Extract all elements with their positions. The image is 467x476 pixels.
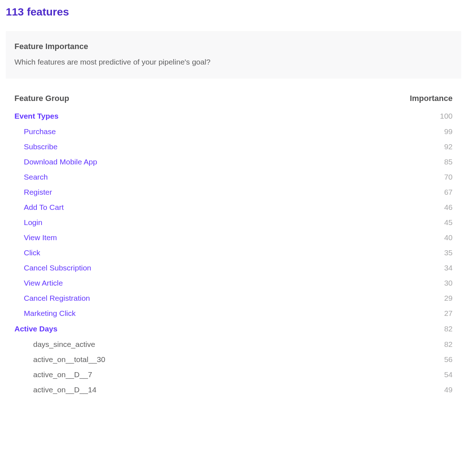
group-row-active-days: Active Days 82 — [14, 321, 453, 337]
feature-row: Search 70 — [14, 169, 453, 185]
col-header-group: Feature Group — [14, 94, 69, 103]
info-heading: Feature Importance — [14, 42, 453, 51]
feature-importance: 45 — [444, 218, 453, 227]
feature-importance: 54 — [444, 370, 453, 379]
feature-link-view-article[interactable]: View Article — [14, 279, 63, 287]
feature-name: active_on__D__7 — [14, 370, 92, 379]
feature-row: Purchase 99 — [14, 124, 453, 139]
feature-row: Cancel Registration 29 — [14, 291, 453, 306]
feature-link-cancel-subscription[interactable]: Cancel Subscription — [14, 264, 91, 272]
group-name-active-days[interactable]: Active Days — [14, 325, 57, 333]
feature-link-search[interactable]: Search — [14, 173, 48, 181]
feature-row: Click 35 — [14, 245, 453, 260]
info-box: Feature Importance Which features are mo… — [6, 31, 461, 79]
feature-importance: 27 — [444, 309, 453, 318]
feature-importance: 56 — [444, 355, 453, 364]
feature-row: days_since_active 82 — [14, 337, 453, 352]
feature-link-add-to-cart[interactable]: Add To Cart — [14, 203, 64, 212]
feature-row: Download Mobile App 85 — [14, 154, 453, 169]
feature-table: Feature Group Importance Event Types 100… — [6, 89, 461, 397]
feature-importance: 82 — [444, 340, 453, 349]
group-name-event-types[interactable]: Event Types — [14, 112, 58, 120]
feature-importance: 46 — [444, 203, 453, 212]
feature-importance: 99 — [444, 127, 453, 136]
feature-link-register[interactable]: Register — [14, 188, 52, 197]
feature-row: View Item 40 — [14, 230, 453, 245]
feature-importance: 34 — [444, 264, 453, 272]
feature-row: Marketing Click 27 — [14, 306, 453, 321]
feature-row: active_on__total__30 56 — [14, 352, 453, 367]
feature-link-purchase[interactable]: Purchase — [14, 127, 56, 136]
feature-importance: 35 — [444, 248, 453, 257]
feature-row: Login 45 — [14, 215, 453, 230]
feature-row: Subscribe 92 — [14, 139, 453, 154]
feature-row: Cancel Subscription 34 — [14, 260, 453, 276]
table-header-row: Feature Group Importance — [14, 89, 453, 108]
feature-link-click[interactable]: Click — [14, 248, 40, 257]
feature-importance: 85 — [444, 158, 453, 166]
feature-link-marketing-click[interactable]: Marketing Click — [14, 309, 76, 318]
feature-importance: 92 — [444, 142, 453, 151]
feature-row: active_on__D__14 49 — [14, 382, 453, 397]
feature-name: days_since_active — [14, 340, 95, 349]
feature-row: View Article 30 — [14, 276, 453, 291]
col-header-importance: Importance — [410, 94, 453, 103]
feature-row: Register 67 — [14, 185, 453, 200]
feature-importance: 67 — [444, 188, 453, 197]
feature-link-cancel-registration[interactable]: Cancel Registration — [14, 294, 90, 303]
feature-importance: 49 — [444, 385, 453, 394]
feature-importance: 70 — [444, 173, 453, 181]
feature-name: active_on__total__30 — [14, 355, 105, 364]
feature-name: active_on__D__14 — [14, 385, 96, 394]
feature-link-download-mobile-app[interactable]: Download Mobile App — [14, 158, 97, 166]
feature-link-subscribe[interactable]: Subscribe — [14, 142, 57, 151]
feature-importance: 40 — [444, 233, 453, 242]
feature-importance: 29 — [444, 294, 453, 303]
group-importance-event-types: 100 — [440, 112, 453, 120]
feature-row: Add To Cart 46 — [14, 200, 453, 215]
feature-row: active_on__D__7 54 — [14, 367, 453, 382]
info-subheading: Which features are most predictive of yo… — [14, 58, 453, 66]
feature-link-view-item[interactable]: View Item — [14, 233, 57, 242]
feature-importance: 30 — [444, 279, 453, 287]
feature-link-login[interactable]: Login — [14, 218, 42, 227]
group-row-event-types: Event Types 100 — [14, 108, 453, 124]
page-title: 113 features — [6, 6, 461, 18]
group-importance-active-days: 82 — [444, 325, 453, 333]
